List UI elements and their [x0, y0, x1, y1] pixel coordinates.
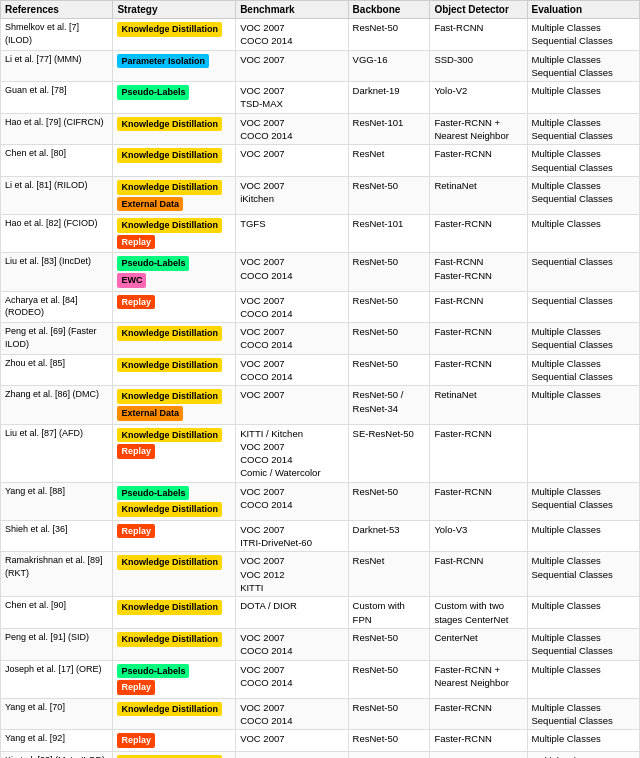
strategy-tag: Replay [117, 235, 155, 250]
cell-evaluation: Multiple Classes Sequential Classes [527, 176, 640, 214]
strategy-tag: Knowledge Distillation [117, 22, 222, 37]
strategy-tag: Knowledge Distillation [117, 632, 222, 647]
cell-strategy: Knowledge Distillation [113, 698, 236, 730]
cell-detector: Faster-RCNN [430, 215, 527, 253]
table-header-row: References Strategy Benchmark Backbone O… [1, 1, 640, 19]
table-row: Hao et al. [82] (FCIOD)Knowledge Distill… [1, 215, 640, 253]
cell-strategy: Replay [113, 520, 236, 552]
cell-detector: Custom with two stages CenterNet [430, 597, 527, 629]
cell-strategy: Knowledge Distillation [113, 113, 236, 145]
main-container: References Strategy Benchmark Backbone O… [0, 0, 640, 758]
table-row: Ramakrishnan et al. [89] (RKT)Knowledge … [1, 552, 640, 597]
cell-backbone: ResNet-50 [348, 698, 430, 730]
strategy-tag: Pseudo-Labels [117, 486, 189, 501]
table-row: Guan et al. [78]Pseudo-LabelsVOC 2007 TS… [1, 82, 640, 114]
cell-strategy: Replay [113, 730, 236, 752]
cell-reference: Shmelkov et al. [7] (ILOD) [1, 19, 113, 51]
cell-benchmark: VOC 2007 COCO 2014 [236, 253, 348, 291]
cell-evaluation: Multiple Classes [527, 215, 640, 253]
cell-benchmark: VOC 2007 COCO 2014 [236, 751, 348, 758]
cell-detector: Faster-RCNN [430, 145, 527, 177]
cell-reference: Acharya et al. [84] (RODEO) [1, 291, 113, 323]
cell-strategy: Knowledge Distillation [113, 19, 236, 51]
cell-detector: RetinaNet [430, 176, 527, 214]
cell-strategy: Pseudo-LabelsReplay [113, 660, 236, 698]
cell-backbone: ResNet-50 [348, 253, 430, 291]
cell-benchmark: VOC 2007 COCO 2014 [236, 482, 348, 520]
cell-benchmark: VOC 2007 TSD-MAX [236, 82, 348, 114]
cell-reference: Zhang et al. [86] (DMC) [1, 386, 113, 424]
strategy-tag: Knowledge Distillation [117, 702, 222, 717]
cell-backbone: ResNet-50 [348, 482, 430, 520]
cell-strategy: Knowledge Distillation [113, 323, 236, 355]
col-header-strategy: Strategy [113, 1, 236, 19]
strategy-tag: Knowledge Distillation [117, 117, 222, 132]
strategy-tag: Pseudo-Labels [117, 256, 189, 271]
cell-backbone: Darknet-53 [348, 520, 430, 552]
cell-strategy: Knowledge DistillationReplay [113, 424, 236, 482]
cell-reference: Peng et al. [91] (SID) [1, 628, 113, 660]
cell-reference: Li et al. [81] (RILOD) [1, 176, 113, 214]
cell-reference: Yang et al. [92] [1, 730, 113, 752]
cell-detector: RetinaNet [430, 386, 527, 424]
cell-backbone: ResNet-50 / ResNet-34 [348, 386, 430, 424]
cell-reference: Yang et al. [88] [1, 482, 113, 520]
col-header-evaluation: Evaluation [527, 1, 640, 19]
cell-evaluation: Multiple Classes [527, 730, 640, 752]
table-row: Shmelkov et al. [7] (ILOD)Knowledge Dist… [1, 19, 640, 51]
cell-benchmark: VOC 2007 COCO 2014 [236, 628, 348, 660]
cell-benchmark: TGFS [236, 215, 348, 253]
cell-reference: Joseph et al. [17] (ORE) [1, 660, 113, 698]
table-row: Zhang et al. [86] (DMC)Knowledge Distill… [1, 386, 640, 424]
cell-evaluation: Multiple Classes Sequential Classes [527, 354, 640, 386]
cell-backbone: ResNet-50 [348, 176, 430, 214]
cell-strategy: Knowledge Distillation [113, 145, 236, 177]
cell-backbone: ResNet-50 [348, 354, 430, 386]
cell-strategy: Knowledge DistillationReplay [113, 215, 236, 253]
cell-benchmark: VOC 2007 COCO 2014 [236, 698, 348, 730]
strategy-tag: Knowledge Distillation [117, 218, 222, 233]
cell-backbone: ResNet-50 [348, 628, 430, 660]
cell-detector: SSD-300 [430, 50, 527, 82]
cell-strategy: Knowledge Distillation [113, 597, 236, 629]
references-table: References Strategy Benchmark Backbone O… [0, 0, 640, 758]
cell-backbone: ResNet-101 [348, 113, 430, 145]
strategy-tag: Parameter Isolation [117, 54, 209, 69]
cell-detector: Faster-RCNN + Nearest Neighbor [430, 660, 527, 698]
cell-reference: Liu et al. [87] (AFD) [1, 424, 113, 482]
cell-backbone: ResNet-50 [348, 323, 430, 355]
cell-backbone: ResNet-50 [348, 730, 430, 752]
cell-detector: Faster-RCNN [430, 730, 527, 752]
strategy-tag: Knowledge Distillation [117, 180, 222, 195]
cell-evaluation: Multiple Classes [527, 597, 640, 629]
cell-benchmark: VOC 2007 COCO 2014 [236, 113, 348, 145]
cell-detector: Fast-RCNN [430, 552, 527, 597]
cell-benchmark: VOC 2007 COCO 2014 [236, 19, 348, 51]
cell-detector: Fast-RCNN Faster-RCNN [430, 253, 527, 291]
cell-benchmark: VOC 2007 VOC 2012 KITTI [236, 552, 348, 597]
cell-strategy: Knowledge Distillation [113, 552, 236, 597]
cell-detector: Faster-RCNN [430, 698, 527, 730]
cell-reference: Hao et al. [79] (CIFRCN) [1, 113, 113, 145]
strategy-tag: Replay [117, 444, 155, 459]
cell-benchmark: VOC 2007 ITRI-DriveNet-60 [236, 520, 348, 552]
cell-reference: Peng et al. [69] (Faster ILOD) [1, 323, 113, 355]
cell-reference: Liu et al. [83] (IncDet) [1, 253, 113, 291]
cell-reference: Li et al. [77] (MMN) [1, 50, 113, 82]
strategy-tag: Knowledge Distillation [117, 326, 222, 341]
table-row: Li et al. [77] (MMN)Parameter IsolationV… [1, 50, 640, 82]
cell-strategy: Pseudo-LabelsEWC [113, 253, 236, 291]
strategy-tag: Knowledge Distillation [117, 389, 222, 404]
cell-benchmark: VOC 2007 COCO 2014 [236, 323, 348, 355]
cell-strategy: Pseudo-Labels [113, 82, 236, 114]
table-row: Yang et al. [88]Pseudo-LabelsKnowledge D… [1, 482, 640, 520]
cell-strategy: Knowledge DistillationExternal Data [113, 176, 236, 214]
table-row: Yang et al. [92]ReplayVOC 2007ResNet-50F… [1, 730, 640, 752]
cell-reference: Kj et al. [93] (Meta-ILOD) [1, 751, 113, 758]
cell-reference: Chen et al. [80] [1, 145, 113, 177]
col-header-references: References [1, 1, 113, 19]
cell-evaluation: Multiple Classes Sequential Classes [527, 628, 640, 660]
table-row: Peng et al. [91] (SID)Knowledge Distilla… [1, 628, 640, 660]
cell-reference: Yang et al. [70] [1, 698, 113, 730]
strategy-tag: Knowledge Distillation [117, 358, 222, 373]
